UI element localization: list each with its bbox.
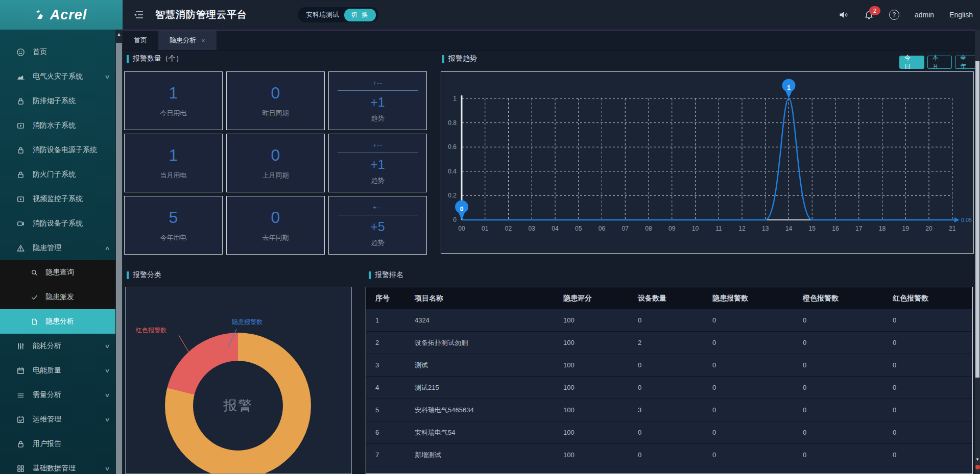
stat-value: 5 bbox=[169, 208, 178, 227]
svg-text:0: 0 bbox=[460, 206, 464, 213]
table-cell: 3 bbox=[638, 399, 712, 421]
bell-icon[interactable]: 2 bbox=[864, 10, 874, 20]
donut-center-label: 报警 bbox=[223, 396, 253, 415]
page-scroll-thumb[interactable] bbox=[975, 61, 979, 378]
table-cell: 3 bbox=[366, 354, 415, 377]
column-header: 隐患报警数 bbox=[712, 287, 803, 309]
sidebar-item-0[interactable]: 首页 bbox=[0, 40, 115, 64]
alarm-count-title-text: 报警数量（个） bbox=[133, 54, 183, 63]
stat-label: 上月同期 bbox=[262, 171, 289, 180]
sidebar-scroll-thumb[interactable] bbox=[116, 43, 122, 474]
tab-home[interactable]: 首页 bbox=[123, 31, 158, 50]
table-cell: 6 bbox=[366, 421, 415, 444]
donut-label-red-alarms: 红色报警数 bbox=[136, 326, 166, 335]
sidebar-item-3[interactable]: 消防水子系统 bbox=[0, 113, 115, 138]
smiley-icon bbox=[16, 48, 25, 57]
sidebar-item-11[interactable]: 需量分析∨ bbox=[0, 383, 115, 407]
donut-hole: 报警 bbox=[193, 361, 283, 451]
stat-card-0: 1今日用电 bbox=[124, 71, 223, 130]
sidebar-item-5[interactable]: 防火门子系统 bbox=[0, 162, 115, 187]
table-cell: 100 bbox=[563, 332, 638, 354]
stat-label: 昨日同期 bbox=[262, 109, 289, 118]
sidebar-item-14[interactable]: 基础数据管理∨ bbox=[0, 456, 115, 474]
svg-text:05: 05 bbox=[575, 225, 582, 232]
lock-icon bbox=[16, 440, 25, 448]
svg-text:08: 08 bbox=[645, 225, 652, 232]
sidebar-item-2[interactable]: 防排烟子系统 bbox=[0, 89, 115, 113]
language-switch[interactable]: English bbox=[949, 11, 973, 19]
table-cell: 2 bbox=[638, 332, 712, 354]
help-icon[interactable]: ? bbox=[889, 10, 899, 20]
stat-value: 1 bbox=[169, 146, 178, 165]
sidebar-item-label: 隐患管理 bbox=[33, 243, 61, 253]
table-cell: 5 bbox=[366, 399, 415, 421]
trend-card-2: +--+1趋势 bbox=[328, 71, 427, 130]
sidebar-item-6[interactable]: 视频监控子系统 bbox=[0, 187, 115, 211]
speaker-icon[interactable] bbox=[839, 10, 849, 19]
sidebar-item-13[interactable]: 用户报告 bbox=[0, 432, 115, 456]
switch-project-button[interactable]: 切 换 bbox=[344, 9, 376, 21]
svg-text:19: 19 bbox=[902, 225, 910, 232]
trend-line-chart[interactable]: 00.20.40.60.8100010203040506070809101112… bbox=[441, 72, 973, 253]
svg-text:11: 11 bbox=[715, 225, 722, 232]
acrel-logo-icon bbox=[36, 10, 47, 20]
table-cell: 100 bbox=[563, 354, 638, 377]
sidebar-item-12[interactable]: 运维管理∨ bbox=[0, 407, 115, 432]
sidebar-item-4[interactable]: 消防设备电源子系统 bbox=[0, 138, 115, 162]
chart-icon bbox=[16, 72, 25, 81]
svg-text:0.05: 0.05 bbox=[961, 217, 972, 223]
trend-value: +5 bbox=[370, 219, 385, 234]
sidebar-item-label: 消防水子系统 bbox=[33, 121, 76, 130]
table-cell: 100 bbox=[563, 377, 638, 399]
sidebar-item-10[interactable]: 电能质量∨ bbox=[0, 358, 115, 383]
trend-fraction: +-- bbox=[373, 141, 383, 149]
scroll-up-icon[interactable]: ▲ bbox=[115, 32, 123, 37]
calendar-check-icon bbox=[16, 415, 25, 424]
sidebar-item-1[interactable]: 电气火灾子系统∨ bbox=[0, 64, 115, 89]
svg-text:00: 00 bbox=[458, 225, 465, 232]
title-accent-bar bbox=[369, 271, 371, 279]
trend-label: 趋势 bbox=[371, 114, 385, 123]
sidebar-subitem-2[interactable]: 隐患分析 bbox=[0, 309, 115, 334]
sidebar-item-7[interactable]: 消防设备子系统 bbox=[0, 211, 115, 236]
table-cell: 100 bbox=[563, 444, 638, 466]
table-cell: 0 bbox=[893, 332, 973, 354]
range-button-month[interactable]: 本月 bbox=[927, 56, 952, 69]
svg-text:21: 21 bbox=[949, 225, 956, 232]
logo-block: Acrel bbox=[0, 0, 123, 30]
tab-hidden-danger-analysis[interactable]: 隐患分析 × bbox=[158, 31, 217, 50]
svg-text:03: 03 bbox=[529, 225, 536, 232]
sidebar-item-8[interactable]: 隐患管理∧ bbox=[0, 236, 115, 260]
svg-text:0.4: 0.4 bbox=[448, 168, 457, 175]
donut-label-hidden-danger-alarms: 隐患报警数 bbox=[232, 318, 262, 327]
logo-text: Acrel bbox=[50, 7, 87, 23]
stat-card-7: 0去年同期 bbox=[226, 196, 325, 255]
sidebar-item-label: 能耗分析 bbox=[33, 341, 61, 351]
range-button-today[interactable]: 今日 bbox=[899, 56, 924, 69]
table-cell: 测试 bbox=[415, 354, 563, 377]
sidebar-subitem-1[interactable]: 隐患派发 bbox=[0, 285, 115, 309]
table-cell: 安科瑞电气5465634 bbox=[415, 399, 563, 421]
svg-text:14: 14 bbox=[785, 225, 793, 232]
scroll-alert-dot bbox=[975, 465, 980, 469]
title-accent-bar bbox=[127, 55, 129, 63]
page-scrollbar[interactable]: ▼ bbox=[975, 30, 980, 474]
alarm-category-title-text: 报警分类 bbox=[133, 270, 161, 280]
notification-badge: 2 bbox=[869, 6, 880, 15]
table-cell: 0 bbox=[712, 421, 803, 444]
scroll-down-icon[interactable]: ▼ bbox=[975, 457, 980, 462]
close-tab-icon[interactable]: × bbox=[201, 37, 205, 44]
title-accent-bar bbox=[442, 55, 444, 63]
user-menu[interactable]: admin bbox=[915, 11, 934, 19]
collapse-menu-icon[interactable] bbox=[134, 10, 144, 19]
svg-text:06: 06 bbox=[599, 225, 606, 232]
sidebar-item-label: 首页 bbox=[33, 47, 47, 57]
sidebar-subitem-label: 隐患派发 bbox=[45, 292, 74, 302]
table-cell: 0 bbox=[638, 354, 712, 377]
sidebar-subitem-0[interactable]: 隐患查询 bbox=[0, 260, 115, 285]
sidebar-scrollbar[interactable]: ▲ bbox=[115, 30, 123, 474]
lock-icon bbox=[16, 146, 25, 155]
alarm-category-donut[interactable]: 报警 bbox=[165, 333, 311, 474]
sidebar-item-9[interactable]: 能耗分析∨ bbox=[0, 334, 115, 358]
table-cell: 安科瑞电气54 bbox=[415, 421, 563, 444]
